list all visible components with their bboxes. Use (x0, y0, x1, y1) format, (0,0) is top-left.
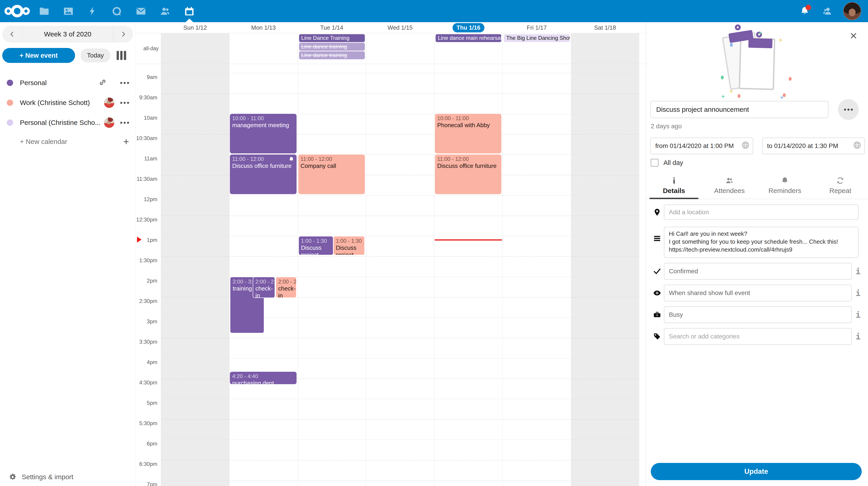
start-date-value: from 01/14/2020 at 1:00 PM (655, 142, 734, 149)
day-header-6[interactable]: Sat 1/18 (571, 22, 639, 33)
calendar-event[interactable]: 1:00 - 1:30Discuss project announcement (298, 236, 333, 255)
calendar-event[interactable]: 4:20 - 4:40purchasing dept (230, 372, 296, 384)
close-icon[interactable] (847, 29, 860, 42)
time-label: 9:30am (135, 94, 157, 101)
info-icon[interactable]: i (852, 288, 864, 298)
active-app-notch (186, 19, 193, 22)
allday-event[interactable]: The Big Line Dancing Show (504, 34, 569, 42)
allday-event[interactable]: Line Dance Training (299, 34, 365, 42)
notifications-bell-icon[interactable] (798, 4, 811, 18)
top-bar (0, 0, 868, 22)
files-app-icon[interactable] (32, 0, 56, 22)
timezone-globe-icon[interactable] (741, 141, 750, 151)
day-header-2[interactable]: Tue 1/14 (298, 22, 366, 33)
location-pin-icon (652, 208, 662, 216)
event-time: 10:00 - 11:00 (232, 115, 294, 122)
event-title-input[interactable] (650, 101, 829, 118)
nextcloud-logo[interactable] (2, 0, 32, 22)
day-header-1[interactable]: Mon 1/13 (229, 22, 298, 33)
sidebar-calendar-item-0[interactable]: Personal (0, 73, 135, 93)
sidebar-calendar-item-2[interactable]: Personal (Christine Scho... (0, 113, 135, 133)
shared-owner-avatar (104, 97, 114, 108)
new-calendar-button[interactable]: + New calendar + (0, 133, 135, 151)
allday-event[interactable]: Line dance training (299, 43, 365, 51)
allday-cell-3[interactable] (366, 33, 434, 64)
settings-import-button[interactable]: Settings & import (8, 473, 73, 481)
event-time: 1:00 - 1:30 (336, 237, 362, 245)
calendar-event[interactable]: 11:00 - 12:00Discuss office furniture (230, 154, 296, 194)
more-options-button[interactable] (838, 99, 859, 120)
calendar-event[interactable]: 10:00 - 11:00Phonecall with Abby (435, 114, 501, 153)
share-link-icon[interactable] (98, 78, 107, 87)
property-row-tag: Search or add categoriesi (646, 328, 868, 345)
calendar-menu-button[interactable] (120, 80, 129, 86)
allday-cell-6[interactable] (571, 33, 639, 64)
grid-line (161, 480, 639, 481)
property-select-briefcase[interactable]: Busy (664, 306, 852, 323)
end-date-picker[interactable]: to 01/14/2020 at 1:30 PM (762, 138, 865, 154)
user-avatar[interactable] (843, 2, 861, 20)
new-event-button[interactable]: + New event (2, 48, 75, 63)
day-header-4[interactable]: Thu 1/16 (434, 22, 502, 33)
calendar-event[interactable]: 10:00 - 11:00management meeting (230, 114, 296, 153)
update-button[interactable]: Update (651, 463, 862, 480)
property-select-check[interactable]: Confirmed (664, 263, 852, 280)
start-date-picker[interactable]: from 01/14/2020 at 1:00 PM (650, 138, 753, 154)
mail-app-icon[interactable] (129, 0, 153, 22)
calendar-event[interactable]: 11:00 - 12:00Company call (298, 154, 365, 194)
weekend-shade (161, 64, 229, 486)
allday-cell-1[interactable] (229, 33, 298, 64)
property-select-eye[interactable]: When shared show full event (664, 285, 852, 302)
tab-label: Attendees (714, 187, 745, 195)
day-header-0[interactable]: Sun 1/12 (161, 22, 229, 33)
allday-cell-5[interactable]: The Big Line Dancing Show (502, 33, 571, 64)
info-icon[interactable]: i (852, 332, 864, 341)
allday-cell-4[interactable]: Line dance main rehearsal (434, 33, 502, 64)
event-time: 2:00 - 2:30 (255, 278, 272, 285)
allday-toggle-row: All day (646, 154, 868, 167)
previous-week-button[interactable] (2, 26, 22, 42)
sidebar-calendar-item-1[interactable]: Work (Christine Schott) (0, 93, 135, 113)
day-label: Wed 1/15 (388, 24, 413, 31)
calendar-event[interactable]: 2:00 - 2:30check-in (253, 277, 275, 298)
calendar-menu-button[interactable] (120, 119, 129, 126)
property-select-tag[interactable]: Search or add categories (664, 328, 852, 345)
tab-reminders[interactable]: Reminders (757, 173, 813, 199)
day-header-5[interactable]: Fri 1/17 (502, 22, 571, 33)
location-input[interactable] (664, 204, 859, 220)
today-button[interactable]: Today (81, 49, 110, 62)
tab-attendees[interactable]: Attendees (702, 173, 757, 199)
event-time: 11:00 - 12:00 (437, 156, 499, 163)
allday-cell-2[interactable]: Line Dance TrainingLine dance trainingLi… (298, 33, 366, 64)
photos-app-icon[interactable] (56, 0, 81, 22)
view-switcher-icon[interactable] (117, 51, 126, 60)
info-icon[interactable]: i (852, 267, 864, 276)
timezone-globe-icon[interactable] (852, 141, 862, 151)
tab-repeat[interactable]: Repeat (813, 173, 868, 199)
plus-icon: + (123, 137, 129, 147)
event-title: purchasing dept (232, 380, 294, 384)
calendar-event[interactable]: 2:00 - 2:30check-in (276, 277, 297, 298)
next-week-button[interactable] (113, 26, 133, 42)
week-label[interactable]: Week 3 of 2020 (22, 26, 113, 42)
talk-app-icon[interactable] (105, 0, 129, 22)
contacts-app-icon[interactable] (153, 0, 177, 22)
allday-event[interactable]: Line dance main rehearsal (436, 34, 501, 42)
calendar-event[interactable]: 1:00 - 1:30Discuss project (333, 236, 365, 255)
time-label: 4pm (135, 359, 157, 365)
day-header-3[interactable]: Wed 1/15 (366, 22, 434, 33)
calendar-app-icon[interactable] (177, 0, 202, 22)
description-textarea[interactable]: Hi Carl! are you in next week? I got som… (664, 227, 859, 258)
contacts-menu-icon[interactable] (820, 4, 834, 18)
allday-cell-0[interactable] (161, 33, 229, 64)
calendar-menu-button[interactable] (120, 99, 129, 106)
allday-event[interactable]: Line dance training (299, 51, 365, 59)
shared-owner-avatar (104, 117, 114, 128)
allday-checkbox[interactable] (651, 159, 658, 167)
info-icon[interactable]: i (852, 310, 864, 319)
time-label: 6:30pm (135, 461, 157, 467)
property-row-check: Confirmedi (646, 263, 868, 280)
activity-app-icon[interactable] (81, 0, 105, 22)
calendar-event[interactable]: 11:00 - 12:00Discuss office furniture (435, 154, 501, 194)
tab-details[interactable]: Details (646, 173, 702, 199)
